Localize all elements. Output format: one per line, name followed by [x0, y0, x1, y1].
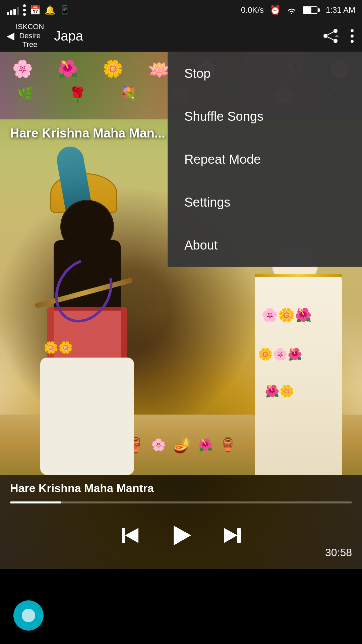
page-title: Japa: [54, 29, 322, 44]
fab-button[interactable]: [13, 600, 44, 631]
next-button[interactable]: [221, 525, 242, 546]
svg-line-4: [325, 31, 336, 36]
player-bar: Hare Krishna Maha Mantra: [0, 475, 362, 569]
current-time: 1:31 AM: [326, 5, 355, 15]
song-title-overlay: Hare Krishna Maha Man...: [10, 126, 165, 141]
app-bar-actions: [322, 28, 355, 45]
svg-rect-7: [122, 528, 125, 543]
svg-marker-8: [125, 528, 138, 543]
notification-icon: 🔔: [45, 5, 55, 15]
share-button[interactable]: [322, 28, 339, 44]
now-playing-title: Hare Krishna Maha Mantra: [10, 482, 352, 495]
menu-item-settings[interactable]: Settings: [168, 181, 362, 224]
player-controls: [10, 508, 352, 562]
duration-display: 30:58: [325, 546, 352, 559]
more-options-status-icon: [23, 4, 26, 16]
previous-button[interactable]: [120, 525, 142, 546]
wifi-icon: [287, 5, 297, 15]
overflow-menu-button[interactable]: [349, 28, 355, 45]
progress-fill: [10, 501, 61, 503]
status-bar: 📅 🔔 📱 0.0K/s ⏰ 1:31 AM: [0, 0, 362, 20]
svg-point-0: [291, 13, 292, 14]
svg-marker-6: [335, 35, 339, 37]
main-content: 🌸 🌺 🌼 🪷 🌸 🌺 🌻 🌸 🌿 🌹 💐 🌼 🌿 🌸 🌺: [0, 52, 362, 569]
progress-bar[interactable]: [10, 501, 352, 503]
menu-item-stop[interactable]: Stop: [168, 52, 362, 95]
whatsapp-icon: 📱: [59, 5, 70, 15]
menu-item-shuffle[interactable]: Shuffle Songs: [168, 95, 362, 138]
svg-rect-10: [237, 528, 241, 543]
dropdown-menu: Stop Shuffle Songs Repeat Mode Settings …: [168, 52, 362, 267]
iskcon-label: ISKCONDesireTree: [16, 22, 44, 49]
app-bar: ◀ ISKCONDesireTree Japa: [0, 20, 362, 52]
svg-marker-9: [174, 526, 191, 545]
play-button[interactable]: [169, 523, 194, 548]
svg-marker-11: [224, 528, 237, 543]
signal-icon: [7, 5, 19, 15]
calendar-icon: 📅: [30, 5, 41, 15]
network-speed: 0.0K/s: [241, 5, 264, 15]
clock-icon: ⏰: [270, 5, 281, 15]
svg-line-5: [325, 36, 336, 41]
menu-item-about[interactable]: About: [168, 224, 362, 267]
back-navigation[interactable]: ◀ ISKCONDesireTree: [7, 22, 44, 49]
battery-icon: [303, 6, 320, 14]
menu-item-repeat[interactable]: Repeat Mode: [168, 138, 362, 181]
